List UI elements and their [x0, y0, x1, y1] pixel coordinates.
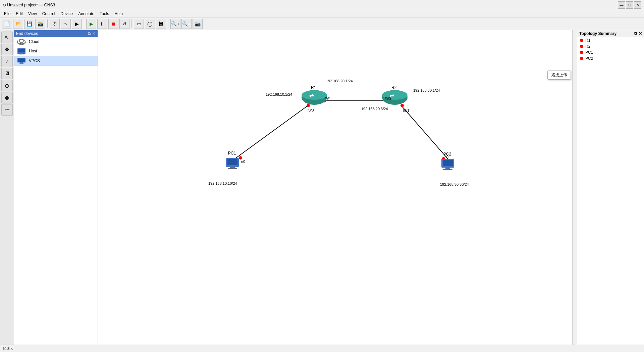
window-controls: — □ ✕ — [618, 1, 641, 9]
device-panel-header: End devices ⧉ ✕ — [14, 30, 98, 37]
label-r1-r2-ip: 192.168.20.1/24 — [326, 79, 353, 83]
main-area: ↖ ✥ ⤢ 🖥 ⊕ ⊗ 〜 End devices ⧉ ✕ Cloud — [0, 30, 644, 352]
router-r1-arrows: ⇌ — [309, 93, 314, 98]
menu-edit[interactable]: Edit — [13, 11, 25, 17]
titlebar: ⊘ Unsaved project* — GNS3 — □ ✕ — [0, 0, 644, 10]
topo-item-pc2[interactable]: PC2 — [577, 55, 644, 61]
canvas-scrollbar-v[interactable] — [572, 30, 577, 347]
annotate-img-button[interactable]: 🖼 — [156, 19, 166, 29]
pc2-base — [443, 169, 452, 170]
device-vpcs-label: VPCS — [29, 58, 40, 63]
zoom-in-button[interactable]: 🔍+ — [170, 19, 180, 29]
device-panel: End devices ⧉ ✕ Cloud Host — [14, 30, 98, 352]
topo-label-pc1: PC1 — [585, 50, 593, 55]
save-button[interactable]: 💾 — [24, 19, 34, 29]
menu-file[interactable]: File — [1, 11, 13, 17]
nav-cable[interactable]: 〜 — [1, 104, 13, 116]
timer-button[interactable]: ⏱ — [50, 19, 60, 29]
statusbar-text: 亿速云 — [3, 346, 14, 351]
router-r1-top — [302, 90, 327, 100]
device-panel-float[interactable]: ⧉ — [88, 31, 91, 36]
label-pc2-ip: 192.168.30.30/24 — [440, 182, 469, 186]
minimize-button[interactable]: — — [618, 1, 625, 9]
topo-dot-r2 — [580, 45, 583, 48]
terminal-button[interactable]: ▶ — [72, 19, 82, 29]
label-r1: R1 — [311, 85, 316, 90]
svg-point-3 — [19, 39, 23, 43]
menu-tools[interactable]: Tools — [97, 11, 112, 17]
topology-items: R1 R2 PC1 PC2 — [577, 37, 644, 61]
topo-label-pc2: PC2 — [585, 56, 593, 61]
menu-annotate[interactable]: Annotate — [75, 11, 97, 17]
menu-control[interactable]: Control — [40, 11, 58, 17]
nav-network[interactable]: ⊕ — [1, 80, 13, 91]
topo-label-r2: R2 — [585, 44, 590, 49]
topo-dot-pc2 — [580, 57, 583, 60]
toolbar-sep-1 — [47, 19, 48, 28]
menu-device[interactable]: Device — [58, 11, 76, 17]
device-host[interactable]: Host — [14, 46, 98, 56]
svg-rect-7 — [19, 54, 24, 54]
topo-item-r2[interactable]: R2 — [577, 43, 644, 49]
nav-select[interactable]: ↖ — [1, 32, 13, 43]
pc1-stand — [230, 167, 235, 168]
toolbar-sep-2 — [84, 19, 84, 28]
topo-item-pc1[interactable]: PC1 — [577, 49, 644, 55]
endpoint-r2-pc2-r2 — [400, 104, 404, 107]
svg-rect-11 — [19, 63, 24, 64]
label-r1-pc1-ip: 192.168.10.1/24 — [266, 92, 292, 96]
device-panel-title: End devices — [16, 31, 38, 36]
vpcs-icon — [17, 57, 26, 64]
menu-view[interactable]: View — [25, 11, 40, 17]
nav-monitor[interactable]: 🖥 — [1, 68, 13, 79]
annotate-rect-button[interactable]: ▭ — [134, 19, 144, 29]
stop-all-button[interactable]: ⏹ — [108, 19, 118, 29]
nav-plugin[interactable]: ⊗ — [1, 92, 13, 103]
device-cloud[interactable]: Cloud — [14, 37, 98, 46]
cloud-icon — [17, 38, 26, 45]
device-panel-close[interactable]: ✕ — [92, 31, 96, 36]
screenshot-button[interactable]: 📷 — [193, 19, 203, 29]
network-topology: ⇌ ⇌ R1 R2 PC1 PC2 192.168.20.1/24 f0/1 f… — [98, 30, 577, 352]
close-button[interactable]: ✕ — [634, 1, 641, 9]
topo-item-r1[interactable]: R1 — [577, 37, 644, 43]
svg-rect-9 — [18, 58, 25, 62]
reload-button[interactable]: ↺ — [119, 19, 129, 29]
canvas-area[interactable]: ⇌ ⇌ R1 R2 PC1 PC2 192.168.20.1/24 f0/1 f… — [98, 30, 577, 352]
device-panel-controls[interactable]: ⧉ ✕ — [88, 31, 96, 36]
toolbar: 📄 📂 💾 📸 ⏱ ↖ ▶ ▶ ⏸ ⏹ ↺ ▭ ◯ 🖼 🔍+ 🔍− 📷 — [0, 17, 644, 30]
tooltip-text: 拓接上传 — [551, 73, 567, 77]
left-sidebar: ↖ ✥ ⤢ 🖥 ⊕ ⊗ 〜 — [0, 30, 14, 352]
topo-dot-r1 — [580, 39, 583, 42]
zoom-out-button[interactable]: 🔍− — [181, 19, 192, 29]
label-r1-r2-r2if: f0/0 — [385, 97, 391, 101]
label-r1-r2-r2ip: 192.168.20.3/24 — [361, 107, 388, 111]
pc2-screen — [443, 160, 453, 166]
device-host-label: Host — [29, 49, 37, 53]
annotate-ellipse-button[interactable]: ◯ — [145, 19, 155, 29]
label-r1-pc1-pc1if: e0 — [241, 160, 245, 164]
open-button[interactable]: 📂 — [13, 19, 23, 29]
label-r2-pc2-r2if: f0/1 — [403, 108, 409, 113]
select-button[interactable]: ↖ — [61, 19, 71, 29]
pause-all-button[interactable]: ⏸ — [97, 19, 107, 29]
topo-label-r1: R1 — [585, 38, 590, 43]
svg-rect-5 — [18, 49, 25, 52]
link-r1-pc1 — [234, 106, 308, 160]
menubar: File Edit View Control Device Annotate T… — [0, 10, 644, 17]
topology-close[interactable]: ✕ — [639, 31, 642, 36]
menu-help[interactable]: Help — [112, 11, 125, 17]
device-vpcs[interactable]: VPCS — [14, 56, 98, 66]
endpoint-r1-pc1-pc1 — [239, 156, 242, 160]
nav-link[interactable]: ⤢ — [1, 56, 13, 67]
start-all-button[interactable]: ▶ — [86, 19, 96, 29]
topology-float[interactable]: ⧉ — [634, 31, 637, 36]
snapshot-button[interactable]: 📸 — [35, 19, 45, 29]
topology-controls[interactable]: ⧉ ✕ — [634, 31, 642, 36]
tooltip-popup[interactable]: 拓接上传 — [547, 71, 571, 80]
device-cloud-label: Cloud — [29, 39, 39, 44]
new-button[interactable]: 📄 — [2, 19, 12, 29]
maximize-button[interactable]: □ — [626, 1, 633, 9]
nav-move[interactable]: ✥ — [1, 44, 13, 55]
endpoint-r1-pc1-r1 — [307, 104, 310, 107]
